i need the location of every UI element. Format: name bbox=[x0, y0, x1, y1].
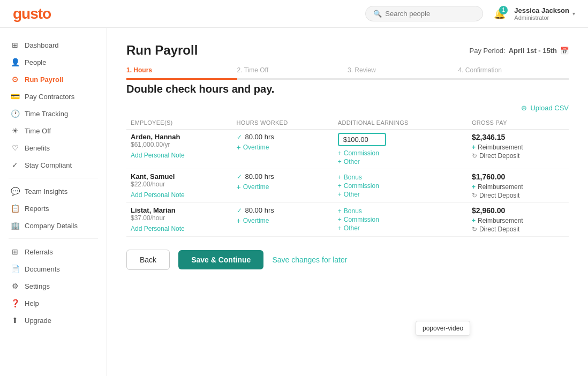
sidebar-item-team-insights[interactable]: 💬 Team Insights bbox=[0, 183, 107, 200]
col-earnings: Additional Earnings bbox=[334, 116, 468, 130]
add-personal-note[interactable]: Add Personal Note bbox=[131, 152, 228, 159]
add-commission[interactable]: + Commission bbox=[338, 216, 463, 223]
hours-cell: ✓ 80.00 hrs + Overtime bbox=[232, 169, 334, 203]
plus-icon: + bbox=[338, 224, 342, 232]
sidebar-item-label: Benefits bbox=[25, 144, 50, 152]
plus-icon: + bbox=[338, 158, 342, 166]
commission-label: Commission bbox=[344, 182, 379, 190]
add-other[interactable]: + Other bbox=[338, 158, 463, 166]
sidebar-item-dashboard[interactable]: ⊞ Dashboard bbox=[0, 36, 107, 54]
overtime-label: Overtime bbox=[243, 217, 269, 224]
plus-icon: + bbox=[237, 183, 241, 191]
add-bonus[interactable]: + Bonus bbox=[338, 207, 463, 215]
add-personal-note[interactable]: Add Personal Note bbox=[131, 191, 228, 199]
hours-row: ✓ 80.00 hrs bbox=[237, 206, 329, 214]
gross-pay-cell: $2,346.15 + Reimbursement ↻ Direct Depos… bbox=[468, 130, 569, 169]
upgrade-icon: ⬆ bbox=[11, 316, 19, 325]
step-hours[interactable]: 1. Hours bbox=[126, 66, 237, 74]
employee-rate: $61,000.00/yr bbox=[131, 141, 228, 148]
plus-icon: + bbox=[338, 149, 342, 157]
actions-row: Back Save & Continue Save changes for la… bbox=[126, 250, 569, 270]
sidebar-item-time-tracking[interactable]: 🕐 Time Tracking bbox=[0, 105, 107, 122]
add-other[interactable]: + Other bbox=[338, 224, 463, 232]
bonus-label: Bonus bbox=[344, 207, 362, 215]
sidebar-item-help[interactable]: ❓ Help bbox=[0, 295, 107, 312]
add-commission[interactable]: + Commission bbox=[338, 182, 463, 190]
payroll-table: Employee(s) Hours Worked Additional Earn… bbox=[126, 116, 569, 237]
add-commission[interactable]: + Commission bbox=[338, 149, 463, 157]
earnings-input-wrap[interactable] bbox=[338, 133, 386, 146]
sidebar-item-time-off[interactable]: ☀ Time Off bbox=[0, 122, 107, 139]
bell-badge: 1 bbox=[499, 6, 508, 14]
nav-right: 🔔 1 Jessica Jackson Administrator ▾ bbox=[494, 6, 575, 21]
employee-name: Arden, Hannah bbox=[131, 133, 228, 141]
save-continue-button[interactable]: Save & Continue bbox=[178, 250, 263, 269]
sidebar-item-settings[interactable]: ⚙ Settings bbox=[0, 277, 107, 295]
sidebar-item-label: Run Payroll bbox=[25, 76, 63, 84]
add-overtime[interactable]: + Overtime bbox=[237, 216, 329, 225]
step-review[interactable]: 3. Review bbox=[348, 66, 458, 74]
calendar-icon[interactable]: 📅 bbox=[560, 47, 569, 55]
stepper: 1. Hours 2. Time Off 3. Review 4. Confir… bbox=[126, 66, 569, 80]
reimbursement-row[interactable]: + Reimbursement bbox=[472, 183, 564, 191]
commission-label: Commission bbox=[344, 216, 379, 223]
reimbursement-label: Reimbursement bbox=[478, 183, 523, 191]
refresh-icon: ↻ bbox=[472, 192, 477, 199]
save-later-button[interactable]: Save changes for later bbox=[272, 255, 347, 264]
upload-csv-button[interactable]: ⊕ Upload CSV bbox=[521, 104, 569, 112]
bell-button[interactable]: 🔔 1 bbox=[494, 8, 506, 20]
sidebar-item-benefits[interactable]: ♡ Benefits bbox=[0, 139, 107, 156]
sidebar-item-label: Time Off bbox=[25, 127, 51, 135]
other-label: Other bbox=[344, 158, 360, 166]
plus-circle-icon: ⊕ bbox=[521, 104, 527, 112]
main-content: Run Payroll Pay Period: April 1st - 15th… bbox=[107, 28, 588, 376]
sidebar-item-run-payroll[interactable]: ⊙ Run Payroll bbox=[0, 71, 107, 88]
reports-icon: 📋 bbox=[11, 204, 19, 213]
reimbursement-row[interactable]: + Reimbursement bbox=[472, 144, 564, 151]
gross-pay-value: $2,346.15 bbox=[472, 133, 564, 141]
direct-deposit-row: ↻ Direct Deposit bbox=[472, 152, 564, 160]
sun-icon: ☀ bbox=[11, 126, 19, 135]
sidebar-item-company-details[interactable]: 🏢 Company Details bbox=[0, 217, 107, 234]
sidebar-item-label: Stay Compliant bbox=[25, 161, 72, 169]
plus-icon: + bbox=[237, 143, 241, 152]
sidebar-item-reports[interactable]: 📋 Reports bbox=[0, 200, 107, 217]
sidebar-item-label: Upgrade bbox=[25, 317, 51, 325]
bonus-label: Bonus bbox=[344, 174, 362, 181]
gross-pay-cell: $2,960.00 + Reimbursement ↻ Direct Depos… bbox=[468, 203, 569, 237]
compliant-icon: ✓ bbox=[11, 161, 19, 169]
reimbursement-row[interactable]: + Reimbursement bbox=[472, 217, 564, 224]
add-overtime[interactable]: + Overtime bbox=[237, 183, 329, 191]
clock-icon: 🕐 bbox=[11, 109, 19, 118]
earnings-input[interactable] bbox=[343, 136, 381, 144]
step-confirmation[interactable]: 4. Confirmation bbox=[458, 66, 569, 74]
sidebar-item-label: People bbox=[25, 58, 46, 66]
add-other[interactable]: + Other bbox=[338, 191, 463, 198]
sidebar-item-label: Dashboard bbox=[25, 41, 59, 49]
direct-deposit-label: Direct Deposit bbox=[479, 225, 519, 233]
user-menu[interactable]: Jessica Jackson Administrator ▾ bbox=[514, 6, 575, 21]
heart-icon: ♡ bbox=[11, 144, 19, 152]
add-overtime[interactable]: + Overtime bbox=[237, 143, 329, 152]
page-title: Run Payroll bbox=[126, 43, 198, 58]
plus-icon: + bbox=[338, 191, 342, 198]
sidebar-item-documents[interactable]: 📄 Documents bbox=[0, 260, 107, 277]
logo: gusto bbox=[13, 5, 51, 22]
add-personal-note[interactable]: Add Personal Note bbox=[131, 225, 228, 232]
col-gross-pay: Gross Pay bbox=[468, 116, 569, 130]
sidebar-item-upgrade[interactable]: ⬆ Upgrade bbox=[0, 312, 107, 329]
add-bonus[interactable]: + Bonus bbox=[338, 174, 463, 181]
company-icon: 🏢 bbox=[11, 221, 19, 230]
gross-pay-value: $2,960.00 bbox=[472, 206, 564, 215]
step-time-off[interactable]: 2. Time Off bbox=[237, 66, 348, 74]
search-input[interactable] bbox=[385, 10, 475, 18]
gross-pay-cell: $1,760.00 + Reimbursement ↻ Direct Depos… bbox=[468, 169, 569, 203]
sidebar-item-pay-contractors[interactable]: 💳 Pay Contractors bbox=[0, 88, 107, 105]
search-bar[interactable]: 🔍 bbox=[365, 6, 483, 21]
sidebar-item-referrals[interactable]: ⊞ Referrals bbox=[0, 243, 107, 260]
sidebar: ⊞ Dashboard 👤 People ⊙ Run Payroll 💳 Pay… bbox=[0, 28, 107, 376]
sidebar-item-people[interactable]: 👤 People bbox=[0, 54, 107, 71]
sidebar-item-stay-compliant[interactable]: ✓ Stay Compliant bbox=[0, 156, 107, 174]
col-hours: Hours Worked bbox=[232, 116, 334, 130]
back-button[interactable]: Back bbox=[126, 250, 170, 270]
